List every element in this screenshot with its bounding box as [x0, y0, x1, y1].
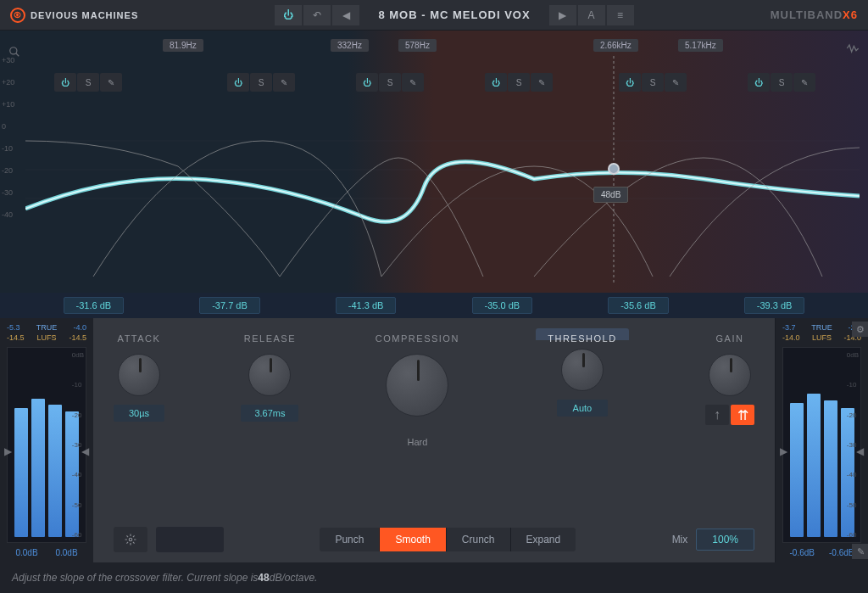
mode-crunch[interactable]: Crunch: [447, 528, 511, 551]
input-level-meter: ▶ ◀ 0dB-10-20-30-40-50-60: [7, 347, 86, 543]
gain-mode-single[interactable]: ↑: [705, 405, 729, 425]
knob-row: ATTACK 30µs RELEASE 3.67ms COMPRESSION H…: [114, 333, 754, 452]
band-db-3[interactable]: -35.0 dB: [472, 297, 533, 314]
attack-value[interactable]: 30µs: [114, 405, 164, 422]
band-db-4[interactable]: -35.6 dB: [608, 297, 669, 314]
header-center: ⏻ ↶ ◀ 8 MOB - MC MELODI VOX ▶ A ≡: [145, 5, 764, 25]
settings-button[interactable]: [114, 527, 147, 552]
meter-arrow-left-icon[interactable]: ▶: [780, 445, 787, 457]
meter-settings-icon[interactable]: ⚙: [852, 322, 868, 337]
mode-tabs: PunchSmoothCrunchExpand: [320, 528, 576, 551]
ab-button[interactable]: A: [578, 5, 605, 25]
marker-handle[interactable]: [608, 163, 620, 175]
status-bar: Adjust the slope of the crossover filter…: [0, 562, 868, 593]
freq-label-3[interactable]: 2.66kHz: [593, 39, 638, 52]
release-control: RELEASE 3.67ms: [241, 333, 298, 422]
curves-svg: [25, 56, 860, 284]
mix-section: Mix 100%: [672, 529, 754, 551]
preset-name[interactable]: 8 MOB - MC MELODI VOX: [361, 8, 547, 21]
input-meter-true: -5.3TRUE-4.0: [7, 323, 86, 332]
compression-knob[interactable]: [386, 354, 448, 417]
y-tick: -30: [2, 188, 14, 197]
next-preset-button[interactable]: ▶: [549, 5, 576, 25]
gain-label: GAIN: [716, 333, 744, 345]
threshold-knob[interactable]: [561, 349, 604, 391]
prev-preset-button[interactable]: ◀: [332, 5, 359, 25]
meter-scale-right: 0dB-10-20-30-40-50-60: [847, 348, 859, 542]
meter-scale-left: 0dB-10-20-30-40-50-60: [72, 348, 84, 542]
release-label: RELEASE: [244, 333, 296, 345]
mix-value[interactable]: 100%: [696, 529, 754, 551]
input-meter: -5.3TRUE-4.0 -14.5LUFS-14.5 ▶ ◀ 0dB-10-2…: [0, 318, 93, 562]
threshold-control: THRESHOLD Auto: [536, 333, 628, 417]
gain-control: GAIN ↑ ⇈: [705, 333, 754, 425]
undo-button[interactable]: ↶: [303, 5, 331, 25]
compression-label: COMPRESSION: [376, 333, 459, 345]
band-db-row: -31.6 dB-37.7 dB-41.3 dB-35.0 dB-35.6 dB…: [0, 293, 868, 318]
spectrum-graph[interactable]: +30+20+100-10-20-30-40 81.9Hz332Hz578Hz2…: [0, 31, 868, 293]
output-meter: ⚙ -3.7TRUE-2.8 -14.0LUFS-14.0 ▶ ◀ 0dB-10…: [775, 318, 868, 562]
threshold-label[interactable]: THRESHOLD: [536, 328, 628, 340]
controls-panel: ATTACK 30µs RELEASE 3.67ms COMPRESSION H…: [93, 318, 775, 562]
input-meter-footer: 0.0dB0.0dB: [7, 543, 86, 557]
freq-label-4[interactable]: 5.17kHz: [678, 39, 723, 52]
output-meter-true: -3.7TRUE-2.8: [782, 323, 861, 332]
y-tick: +30: [2, 56, 14, 64]
output-level-meter: ▶ ◀ 0dB-10-20-30-40-50-60: [782, 347, 861, 543]
release-knob[interactable]: [248, 354, 291, 396]
mode-punch[interactable]: Punch: [320, 528, 380, 551]
logo-icon: ⦿: [10, 8, 25, 23]
band-db-1[interactable]: -37.7 dB: [199, 297, 260, 314]
mix-label: Mix: [672, 534, 688, 545]
y-tick: -10: [2, 144, 14, 153]
freq-label-2[interactable]: 578Hz: [398, 39, 437, 52]
svg-point-6: [129, 538, 132, 541]
power-button[interactable]: ⏻: [275, 5, 302, 25]
product-name: MULTIBANDX6: [771, 8, 858, 21]
main-panel: -5.3TRUE-4.0 -14.5LUFS-14.5 ▶ ◀ 0dB-10-2…: [0, 318, 868, 562]
mode-smooth[interactable]: Smooth: [380, 528, 446, 551]
brand-logo: ⦿ DEVIOUS MACHINES: [10, 8, 138, 23]
freq-label-1[interactable]: 332Hz: [331, 39, 369, 52]
freq-labels: 81.9Hz332Hz578Hz2.66kHz5.17kHz: [0, 39, 868, 56]
attack-label: ATTACK: [118, 333, 161, 345]
ext-display: [156, 527, 224, 552]
meter-arrow-left-icon[interactable]: ▶: [4, 445, 12, 457]
wand-icon[interactable]: ✎: [852, 544, 868, 559]
marker-value: 48dB: [593, 187, 628, 203]
y-tick: -40: [2, 210, 14, 219]
mode-expand[interactable]: Expand: [511, 528, 576, 551]
attack-control: ATTACK 30µs: [114, 333, 164, 422]
freq-label-0[interactable]: 81.9Hz: [163, 39, 203, 52]
y-tick: +10: [2, 100, 14, 109]
y-tick: 0: [2, 122, 14, 131]
hard-button[interactable]: Hard: [392, 432, 442, 452]
output-meter-lufs: -14.0LUFS-14.0: [782, 333, 861, 342]
input-meter-lufs: -14.5LUFS-14.5: [7, 333, 86, 342]
gain-mode-double[interactable]: ⇈: [731, 405, 754, 425]
menu-button[interactable]: ≡: [607, 5, 634, 25]
release-value[interactable]: 3.67ms: [241, 405, 298, 422]
y-tick: -20: [2, 166, 14, 175]
gain-knob[interactable]: [709, 354, 751, 396]
output-meter-footer: -0.6dB-0.6dB: [782, 543, 861, 557]
threshold-value[interactable]: Auto: [557, 400, 608, 417]
compression-control: COMPRESSION Hard: [376, 333, 459, 452]
band-db-2[interactable]: -41.3 dB: [336, 297, 397, 314]
brand-text: DEVIOUS MACHINES: [31, 10, 138, 20]
header-bar: ⦿ DEVIOUS MACHINES ⏻ ↶ ◀ 8 MOB - MC MELO…: [0, 0, 868, 31]
attack-knob[interactable]: [118, 354, 160, 396]
bottom-row: PunchSmoothCrunchExpand Mix 100%: [114, 517, 754, 552]
band-db-0[interactable]: -31.6 dB: [64, 297, 125, 314]
band-db-5[interactable]: -39.3 dB: [744, 297, 805, 314]
